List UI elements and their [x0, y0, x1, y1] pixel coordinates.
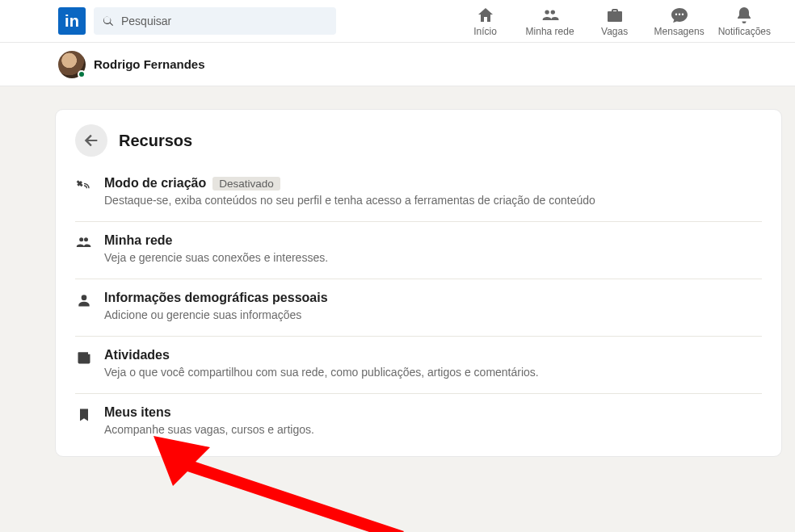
- status-badge: Desativado: [212, 177, 280, 191]
- arrow-left-icon: [82, 132, 100, 149]
- person-icon: [75, 292, 93, 308]
- search-box[interactable]: [94, 7, 336, 35]
- bookmark-icon: [75, 407, 93, 423]
- nav-network-label: Minha rede: [526, 26, 574, 37]
- resource-title: Minha rede: [104, 233, 172, 248]
- nav-jobs-label: Vagas: [601, 26, 628, 37]
- resource-item-people[interactable]: Minha redeVeja e gerencie suas conexões …: [75, 221, 762, 279]
- satellite-icon: [75, 178, 93, 194]
- resource-item-bookmark[interactable]: Meus itensAcompanhe suas vagas, cursos e…: [75, 393, 762, 450]
- page-body: Recursos Modo de criaçãoDesativadoDestaq…: [0, 86, 795, 457]
- nav-home[interactable]: Início: [455, 2, 516, 40]
- search-icon: [102, 15, 115, 27]
- linkedin-logo[interactable]: in: [58, 7, 86, 35]
- bell-icon: [734, 6, 754, 25]
- resource-item-person[interactable]: Informações demográficas pessoaisAdicion…: [75, 279, 762, 336]
- resource-body: Minha redeVeja e gerencie suas conexões …: [104, 233, 762, 266]
- avatar[interactable]: [58, 51, 86, 78]
- briefcase-icon: [605, 6, 625, 25]
- user-name: Rodrigo Fernandes: [94, 57, 205, 71]
- home-icon: [476, 6, 495, 25]
- resource-body: Informações demográficas pessoaisAdicion…: [104, 291, 762, 323]
- resource-item-newspaper[interactable]: AtividadesVeja o que você compartilhou c…: [75, 336, 762, 393]
- nav-home-label: Início: [473, 26, 497, 37]
- nav-items: Início Minha rede Vagas Mensagens Notifi…: [455, 2, 776, 40]
- resource-desc: Destaque-se, exiba conteúdos no seu perf…: [104, 193, 762, 208]
- presence-indicator: [78, 70, 86, 78]
- nav-notifications[interactable]: Notificações: [713, 2, 776, 40]
- resource-desc: Veja e gerencie suas conexões e interess…: [104, 250, 762, 266]
- newspaper-icon: [75, 350, 93, 366]
- nav-jobs[interactable]: Vagas: [584, 2, 646, 40]
- card-header: Recursos: [75, 124, 762, 157]
- people-icon: [75, 235, 93, 251]
- resource-title: Atividades: [104, 348, 170, 362]
- resource-item-satellite[interactable]: Modo de criaçãoDesativadoDestaque-se, ex…: [75, 171, 762, 221]
- resource-desc: Acompanhe suas vagas, cursos e artigos.: [104, 422, 762, 438]
- resource-title: Informações demográficas pessoais: [104, 291, 328, 305]
- resource-body: Meus itensAcompanhe suas vagas, cursos e…: [104, 405, 762, 438]
- resource-title: Modo de criação: [104, 176, 206, 191]
- user-bar: Rodrigo Fernandes: [0, 43, 795, 86]
- nav-notifications-label: Notificações: [718, 26, 771, 37]
- resource-body: AtividadesVeja o que você compartilhou c…: [104, 348, 762, 380]
- resource-desc: Veja o que você compartilhou com sua red…: [104, 365, 762, 380]
- back-button[interactable]: [75, 124, 107, 157]
- nav-messages-label: Mensagens: [654, 26, 705, 37]
- logo-text: in: [65, 12, 79, 31]
- search-input[interactable]: [121, 15, 328, 27]
- page-title: Recursos: [119, 132, 192, 150]
- resource-desc: Adicione ou gerencie suas informações: [104, 308, 762, 323]
- nav-messages[interactable]: Mensagens: [649, 2, 710, 40]
- nav-network[interactable]: Minha rede: [519, 2, 581, 40]
- resources-card: Recursos Modo de criaçãoDesativadoDestaq…: [55, 109, 782, 457]
- top-nav: in Início Minha rede Vagas Mensagens Not…: [0, 0, 795, 43]
- message-icon: [670, 6, 689, 25]
- resource-title: Meus itens: [104, 405, 171, 420]
- resource-body: Modo de criaçãoDesativadoDestaque-se, ex…: [104, 176, 762, 208]
- people-icon: [541, 6, 560, 25]
